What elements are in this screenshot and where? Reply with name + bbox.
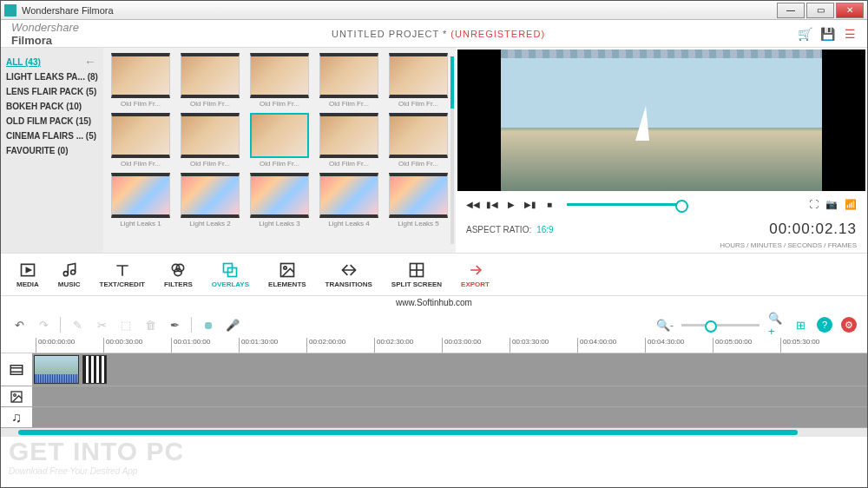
edit-button[interactable]: ✎ <box>69 317 85 333</box>
stop-button[interactable]: ■ <box>542 197 556 211</box>
library-thumbnail[interactable]: Light Leaks 4 <box>317 173 381 228</box>
step-fwd-button[interactable]: ▶▮ <box>523 197 537 211</box>
voiceover-button[interactable]: 🎤 <box>225 317 240 333</box>
preview-panel: ◀◀ ▮◀ ▶ ▶▮ ■ ⛶ 📷 📶 ASPECT RATIO: 16:9 00… <box>456 48 867 253</box>
fullscreen-icon[interactable]: ⛶ <box>809 199 819 210</box>
category-item[interactable]: CINEMA FLAIRS ... (5) <box>6 129 98 143</box>
timeline-ruler[interactable]: 00:00:00:0000:00:30:0000:01:00:0000:01:3… <box>1 338 867 353</box>
music-icon <box>61 261 78 279</box>
window-maximize-button[interactable]: ▭ <box>806 3 834 18</box>
timeline-h-scrollbar[interactable] <box>1 428 867 437</box>
window-minimize-button[interactable]: — <box>777 3 805 18</box>
play-button[interactable]: ▶ <box>504 197 518 211</box>
library-thumbnail[interactable]: Old Film Fr... <box>178 53 242 108</box>
library-thumbnail[interactable]: Old Film Fr... <box>247 53 312 108</box>
export-icon <box>467 261 484 279</box>
tab-music[interactable]: MUSIC <box>53 260 86 290</box>
menu-icon[interactable]: ☰ <box>843 27 857 41</box>
svg-point-10 <box>284 266 286 268</box>
snapshot-icon[interactable]: 📷 <box>825 199 838 210</box>
library-thumbnail[interactable]: Old Film Fr... <box>178 113 242 168</box>
category-item[interactable]: BOKEH PACK (10) <box>6 99 98 114</box>
window-close-button[interactable]: ✕ <box>836 3 864 18</box>
tab-label: EXPORT <box>461 280 490 288</box>
video-track[interactable] <box>1 353 867 386</box>
elements-icon <box>279 261 296 279</box>
filters-icon <box>169 261 187 279</box>
category-item[interactable]: FAVOURITE (0) <box>6 143 98 158</box>
category-sidebar: ← ALL (43)LIGHT LEAKS PA... (8)LENS FLAI… <box>1 48 103 253</box>
text-icon <box>114 261 131 279</box>
tab-overlays[interactable]: OVERLAYS <box>207 260 254 290</box>
redo-button[interactable]: ↷ <box>36 317 51 333</box>
settings-button[interactable]: ⚙ <box>841 317 857 333</box>
tab-filters[interactable]: FILTERS <box>159 260 198 290</box>
overlay-track[interactable] <box>1 386 867 407</box>
tab-label: TRANSITIONS <box>326 280 372 288</box>
app-icon <box>4 4 16 16</box>
audio-track-icon: ♫ <box>1 407 32 427</box>
tab-elements[interactable]: ELEMENTS <box>263 260 312 290</box>
category-item[interactable]: LIGHT LEAKS PA... (8) <box>6 69 98 84</box>
crop-button[interactable]: ⬚ <box>118 317 134 333</box>
zoom-slider[interactable] <box>681 324 760 326</box>
library-thumbnail[interactable]: Old Film Fr... <box>247 113 312 168</box>
category-item[interactable]: OLD FILM PACK (15) <box>6 114 98 129</box>
prev-frame-button[interactable]: ◀◀ <box>466 197 480 211</box>
zoom-fit-button[interactable]: ⊞ <box>792 317 808 333</box>
aspect-ratio-value[interactable]: 16:9 <box>536 225 553 234</box>
category-item[interactable]: LENS FLAIR PACK (5) <box>6 84 98 99</box>
ruler-tick: 00:00:00:00 <box>36 338 103 353</box>
library-thumbnail[interactable]: Light Leaks 1 <box>108 173 173 228</box>
delete-button[interactable]: 🗑 <box>142 317 158 333</box>
library-thumbnail[interactable]: Old Film Fr... <box>386 113 450 168</box>
app-logo: WondershareFilmora <box>11 21 79 47</box>
ruler-tick: 00:03:30:00 <box>510 338 577 353</box>
library-thumbnail[interactable]: Old Film Fr... <box>108 53 173 108</box>
sidebar-back-icon[interactable]: ← <box>84 55 96 69</box>
tab-split[interactable]: SPLIT SCREEN <box>386 260 447 290</box>
ruler-tick: 00:03:00:00 <box>442 338 510 353</box>
ruler-tick: 00:04:00:00 <box>577 338 645 353</box>
ruler-tick: 00:05:00:00 <box>713 338 780 353</box>
library-thumbnail[interactable]: Light Leaks 5 <box>386 173 450 228</box>
overlay-clip[interactable] <box>82 355 107 384</box>
preview-video[interactable] <box>457 49 865 191</box>
library-thumbnail[interactable]: Old Film Fr... <box>386 53 450 108</box>
library-thumbnail[interactable]: Light Leaks 2 <box>178 173 242 228</box>
library-thumbnail[interactable]: Old Film Fr... <box>317 113 381 168</box>
cart-icon[interactable]: 🛒 <box>798 27 812 41</box>
video-clip[interactable] <box>34 355 79 384</box>
ruler-tick: 00:04:30:00 <box>645 338 713 353</box>
tab-export[interactable]: EXPORT <box>456 260 495 290</box>
record-button[interactable]: ⏺ <box>201 317 216 333</box>
progress-slider[interactable] <box>567 203 680 206</box>
tab-transitions[interactable]: TRANSITIONS <box>320 260 378 290</box>
library-scrollbar[interactable] <box>450 56 454 244</box>
tab-label: FILTERS <box>164 280 193 288</box>
signal-icon[interactable]: 📶 <box>845 199 857 210</box>
tab-text[interactable]: TEXT/CREDIT <box>95 260 150 290</box>
zoom-out-button[interactable]: 🔍- <box>657 317 673 333</box>
cut-button[interactable]: ✂ <box>94 317 109 333</box>
tab-media[interactable]: MEDIA <box>11 260 44 290</box>
marker-button[interactable]: ✒ <box>167 317 182 333</box>
audio-track[interactable]: ♫ <box>1 407 867 428</box>
thumbnail-grid: Old Film Fr...Old Film Fr...Old Film Fr.… <box>103 48 456 253</box>
library-thumbnail[interactable]: Old Film Fr... <box>108 113 173 168</box>
zoom-in-button[interactable]: 🔍+ <box>768 317 784 333</box>
help-button[interactable]: ? <box>817 317 832 333</box>
step-back-button[interactable]: ▮◀ <box>485 197 499 211</box>
tab-label: ELEMENTS <box>268 280 306 288</box>
ruler-tick: 00:00:30:00 <box>103 338 171 353</box>
library-thumbnail[interactable]: Light Leaks 3 <box>247 173 312 228</box>
library-panel: ← ALL (43)LIGHT LEAKS PA... (8)LENS FLAI… <box>1 48 456 253</box>
library-thumbnail[interactable]: Old Film Fr... <box>317 53 381 108</box>
timeline-toolbar: ↶ ↷ ✎ ✂ ⬚ 🗑 ✒ ⏺ 🎤 🔍- 🔍+ ⊞ ? ⚙ <box>1 312 867 338</box>
timecode-units: HOURS / MINUTES / SECONDS / FRAMES <box>457 241 865 253</box>
svg-marker-1 <box>26 267 30 272</box>
svg-rect-14 <box>10 365 23 374</box>
undo-button[interactable]: ↶ <box>11 317 27 333</box>
save-icon[interactable]: 💾 <box>820 27 834 41</box>
tab-label: MUSIC <box>58 280 81 288</box>
